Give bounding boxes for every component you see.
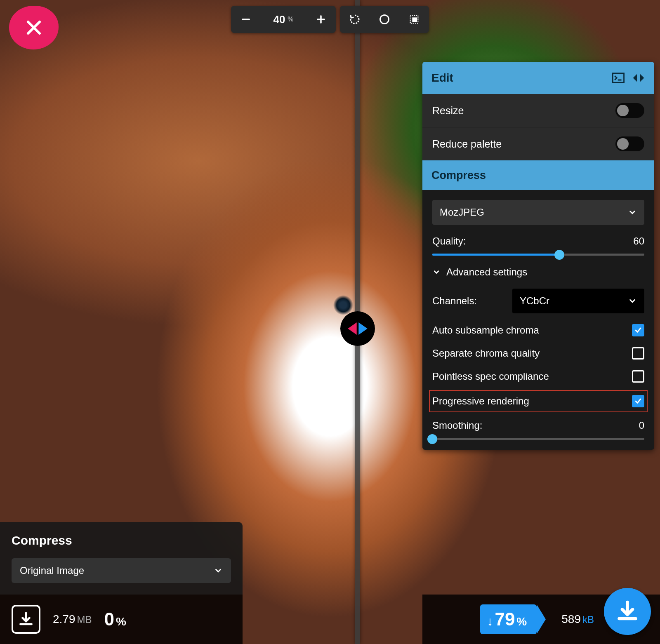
channels-select[interactable]: YCbCr [512, 289, 644, 313]
zoom-percent-symbol: % [288, 16, 293, 23]
left-reduction-pct: % [116, 615, 126, 628]
svg-point-0 [380, 15, 389, 24]
zoom-value-text: 40 [273, 13, 285, 26]
edit-header: Edit [422, 62, 654, 94]
auto-subsample-checkbox[interactable] [632, 324, 644, 336]
background-toggle-button[interactable] [399, 6, 429, 33]
pointless-spec-label: Pointless spec compliance [432, 371, 549, 382]
svg-rect-2 [412, 17, 417, 22]
right-reduction-pct: % [516, 615, 527, 628]
chevron-down-icon [628, 296, 637, 306]
left-filesize-unit: MB [77, 614, 92, 625]
resize-label: Resize [432, 105, 464, 117]
smoothing-value[interactable]: 0 [639, 420, 644, 431]
zoom-group: 40 % [231, 6, 336, 33]
right-filesize-value: 589 [561, 613, 581, 625]
right-reduction-badge: ↓ 79 % [480, 604, 537, 634]
progressive-rendering-row: Progressive rendering [432, 393, 644, 409]
original-toggle-button[interactable] [370, 6, 399, 33]
channels-row: Channels: YCbCr [432, 289, 644, 313]
copy-across-icon[interactable] [632, 73, 645, 83]
resize-row: Resize [422, 94, 654, 127]
left-codec-value: Original Image [20, 565, 84, 576]
separate-chroma-label: Separate chroma quality [432, 348, 540, 359]
codec-value: MozJPEG [440, 207, 484, 218]
progressive-rendering-checkbox[interactable] [632, 395, 644, 407]
left-reduction: 0% [104, 609, 126, 630]
download-left-button[interactable] [12, 605, 40, 634]
quality-label: Quality: [432, 235, 466, 247]
left-reduction-value: 0 [104, 609, 114, 630]
separate-chroma-row: Separate chroma quality [432, 347, 644, 360]
edit-header-title: Edit [431, 71, 453, 85]
left-filesize: 2.79MB [53, 613, 92, 626]
rotate-icon [349, 13, 361, 26]
channels-value: YCbCr [520, 295, 549, 307]
download-icon [615, 599, 640, 624]
chevron-down-icon [432, 268, 441, 276]
channels-label: Channels: [432, 295, 477, 307]
auto-subsample-row: Auto subsample chroma [432, 324, 644, 336]
advanced-settings-toggle[interactable]: Advanced settings [432, 266, 644, 278]
background-icon [408, 14, 420, 25]
compare-handle[interactable] [340, 311, 375, 346]
right-filesize: 589kB [561, 613, 594, 626]
chevron-down-icon [214, 566, 223, 575]
zoom-value[interactable]: 40 % [261, 6, 306, 33]
progressive-rendering-label: Progressive rendering [432, 395, 529, 407]
plus-icon [315, 14, 327, 25]
codec-select[interactable]: MozJPEG [432, 200, 644, 225]
left-compress-panel: Compress Original Image [0, 522, 243, 595]
rotate-button[interactable] [340, 6, 370, 33]
compress-header-title: Compress [431, 169, 486, 182]
bottom-left-bar: 2.79MB 0% [0, 595, 243, 644]
download-right-button[interactable] [604, 588, 651, 635]
quality-slider-thumb[interactable] [554, 250, 564, 260]
zoom-out-button[interactable] [231, 6, 261, 33]
pointless-spec-row: Pointless spec compliance [432, 370, 644, 383]
triangle-right-icon [358, 322, 368, 335]
compare-divider[interactable] [355, 0, 360, 644]
check-icon [634, 326, 642, 334]
resize-toggle[interactable] [615, 103, 644, 118]
left-filesize-value: 2.79 [53, 613, 75, 625]
reduce-palette-label: Reduce palette [432, 138, 502, 150]
smoothing-slider-thumb[interactable] [427, 434, 437, 444]
check-icon [634, 397, 642, 405]
right-reduction-value: 79 [495, 609, 515, 630]
cli-icon[interactable] [612, 73, 625, 83]
down-arrow-icon: ↓ [487, 614, 493, 628]
chevron-down-icon [628, 208, 637, 217]
triangle-left-icon [348, 322, 357, 335]
compress-body: MozJPEG Quality: 60 Advanced settings Ch… [422, 190, 654, 450]
circle-icon [379, 14, 390, 25]
left-panel-title: Compress [12, 534, 231, 548]
advanced-settings-label: Advanced settings [446, 266, 527, 278]
quality-slider[interactable] [432, 254, 644, 256]
separate-chroma-checkbox[interactable] [632, 347, 644, 360]
reduce-palette-toggle[interactable] [615, 136, 644, 151]
svg-rect-3 [613, 73, 624, 83]
close-icon [24, 18, 44, 38]
right-filesize-unit: kB [582, 614, 594, 625]
smoothing-slider[interactable] [432, 438, 644, 440]
smoothing-label: Smoothing: [432, 420, 482, 431]
auto-subsample-label: Auto subsample chroma [432, 324, 539, 336]
view-group [340, 6, 429, 33]
download-icon [18, 611, 34, 628]
quality-row: Quality: 60 [432, 235, 644, 256]
reduce-palette-row: Reduce palette [422, 127, 654, 160]
top-toolbar: 40 % [231, 6, 429, 33]
minus-icon [240, 14, 252, 25]
right-options-panel: Edit Resize Reduce palette Compress MozJ… [422, 62, 654, 450]
smoothing-row: Smoothing: 0 [432, 420, 644, 440]
zoom-in-button[interactable] [306, 6, 336, 33]
compress-header: Compress [422, 160, 654, 190]
close-button[interactable] [9, 6, 59, 49]
pointless-spec-checkbox[interactable] [632, 370, 644, 383]
left-codec-select[interactable]: Original Image [12, 558, 231, 583]
quality-value[interactable]: 60 [633, 235, 644, 247]
